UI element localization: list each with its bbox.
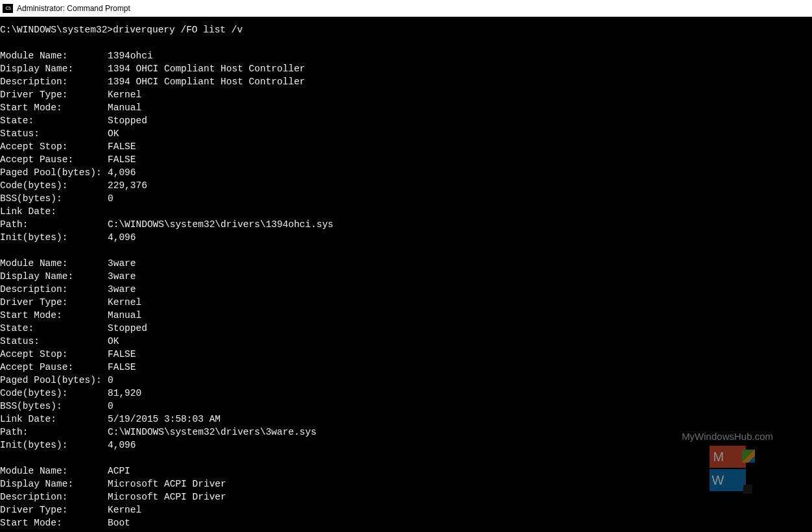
- field-row-display-name: Display Name:Microsoft ACPI Driver: [0, 478, 812, 490]
- field-value: 3ware: [108, 258, 136, 269]
- field-label: Driver Type:: [0, 296, 108, 309]
- field-label: BSS(bytes):: [0, 400, 108, 413]
- field-label: Module Name:: [0, 49, 108, 62]
- driver-record: Module Name:3wareDisplay Name:3wareDescr…: [0, 257, 812, 452]
- field-row-init: Init(bytes):4,096: [0, 231, 812, 244]
- field-value: Microsoft ACPI Driver: [108, 479, 226, 489]
- terminal-output[interactable]: C:\WINDOWS\system32>driverquery /FO list…: [0, 17, 812, 532]
- field-row-start-mode: Start Mode:Manual: [0, 309, 812, 322]
- field-row-path: Path:C:\WINDOWS\system32\drivers\3ware.s…: [0, 426, 812, 439]
- field-value: OK: [108, 336, 119, 346]
- field-label: Description:: [0, 75, 108, 88]
- field-row-bss: BSS(bytes):0: [0, 400, 812, 413]
- field-label: Paged Pool(bytes):: [0, 166, 108, 179]
- field-row-link-date: Link Date:5/19/2015 3:58:03 AM: [0, 413, 812, 426]
- field-row-module-name: Module Name:ACPI: [0, 465, 812, 478]
- field-row-accept-pause: Accept Pause:FALSE: [0, 153, 812, 166]
- field-label: Status:: [0, 335, 108, 348]
- field-label: Display Name:: [0, 478, 108, 490]
- field-value: Stopped: [108, 323, 147, 333]
- field-value: 229,376: [108, 180, 147, 191]
- field-row-start-mode: Start Mode:Manual: [0, 101, 812, 114]
- field-row-init: Init(bytes):4,096: [0, 439, 812, 452]
- field-label: Accept Stop:: [0, 348, 108, 361]
- field-value: Kernel: [108, 505, 141, 515]
- field-row-code: Code(bytes):229,376: [0, 179, 812, 192]
- window-titlebar[interactable]: C:\ Administrator: Command Prompt: [0, 0, 812, 17]
- field-row-accept-stop: Accept Stop:FALSE: [0, 140, 812, 153]
- field-label: Module Name:: [0, 465, 108, 478]
- field-row-path: Path:C:\WINDOWS\system32\drivers\1394ohc…: [0, 218, 812, 231]
- field-label: Start Mode:: [0, 309, 108, 322]
- field-row-description: Description:3ware: [0, 283, 812, 296]
- field-label: Link Date:: [0, 205, 108, 218]
- field-value: Manual: [108, 103, 141, 113]
- field-row-display-name: Display Name:3ware: [0, 270, 812, 283]
- command-line: C:\WINDOWS\system32>driverquery /FO list…: [0, 23, 812, 36]
- field-value: 0: [108, 375, 113, 385]
- field-value: 3ware: [108, 284, 136, 295]
- field-row-link-date: Link Date:: [0, 205, 812, 218]
- field-row-driver-type: Driver Type:Kernel: [0, 296, 812, 309]
- field-value: Manual: [108, 310, 141, 320]
- field-label: Accept Pause:: [0, 153, 108, 166]
- field-value: 0: [108, 401, 113, 411]
- field-value: FALSE: [108, 141, 136, 152]
- field-label: Description:: [0, 490, 108, 503]
- field-value: C:\WINDOWS\system32\drivers\3ware.sys: [108, 427, 316, 437]
- field-label: Status:: [0, 127, 108, 140]
- field-row-state: State:Stopped: [0, 114, 812, 127]
- field-value: C:\WINDOWS\system32\drivers\1394ohci.sys: [108, 219, 333, 230]
- driver-record: Module Name:ACPIDisplay Name:Microsoft A…: [0, 465, 812, 529]
- field-value: FALSE: [108, 349, 136, 359]
- field-label: Display Name:: [0, 270, 108, 283]
- field-value: FALSE: [108, 154, 136, 165]
- field-value: Kernel: [108, 297, 141, 308]
- field-label: Init(bytes):: [0, 231, 108, 244]
- field-value: Stopped: [108, 115, 147, 126]
- field-row-accept-stop: Accept Stop:FALSE: [0, 348, 812, 361]
- field-row-status: Status:OK: [0, 335, 812, 348]
- field-value: 3ware: [108, 271, 136, 282]
- field-label: Accept Pause:: [0, 361, 108, 374]
- field-label: Display Name:: [0, 62, 108, 75]
- field-row-display-name: Display Name:1394 OHCI Compliant Host Co…: [0, 62, 812, 75]
- field-value: Boot: [108, 518, 130, 528]
- field-value: 81,920: [108, 388, 141, 398]
- field-row-description: Description:1394 OHCI Compliant Host Con…: [0, 75, 812, 88]
- field-label: Link Date:: [0, 413, 108, 426]
- field-label: Init(bytes):: [0, 439, 108, 452]
- field-value: 1394 OHCI Compliant Host Controller: [108, 64, 305, 74]
- field-label: Driver Type:: [0, 503, 108, 516]
- field-label: Accept Stop:: [0, 140, 108, 153]
- field-row-driver-type: Driver Type:Kernel: [0, 503, 812, 516]
- field-row-state: State:Stopped: [0, 322, 812, 335]
- field-row-module-name: Module Name:3ware: [0, 257, 812, 270]
- field-label: Description:: [0, 283, 108, 296]
- driver-record: Module Name:1394ohciDisplay Name:1394 OH…: [0, 49, 812, 244]
- field-label: State:: [0, 114, 108, 127]
- field-label: Path:: [0, 426, 108, 439]
- field-value: 0: [108, 193, 113, 204]
- field-row-driver-type: Driver Type:Kernel: [0, 88, 812, 101]
- field-value: FALSE: [108, 362, 136, 372]
- field-label: Paged Pool(bytes):: [0, 374, 108, 387]
- field-label: Code(bytes):: [0, 179, 108, 192]
- cmd-icon: C:\: [3, 4, 13, 13]
- field-value: 4,096: [108, 440, 136, 450]
- field-label: Start Mode:: [0, 516, 108, 529]
- field-label: Path:: [0, 218, 108, 231]
- field-row-accept-pause: Accept Pause:FALSE: [0, 361, 812, 374]
- field-value: 4,096: [108, 232, 136, 243]
- field-row-code: Code(bytes):81,920: [0, 387, 812, 400]
- field-row-paged-pool: Paged Pool(bytes):4,096: [0, 166, 812, 179]
- field-value: 1394ohci: [108, 51, 153, 61]
- field-value: Kernel: [108, 90, 141, 100]
- field-row-status: Status:OK: [0, 127, 812, 140]
- field-value: 5/19/2015 3:58:03 AM: [108, 414, 221, 424]
- field-value: 4,096: [108, 167, 136, 178]
- field-row-module-name: Module Name:1394ohci: [0, 49, 812, 62]
- field-value: 1394 OHCI Compliant Host Controller: [108, 77, 305, 87]
- field-row-bss: BSS(bytes):0: [0, 192, 812, 205]
- field-value: ACPI: [108, 466, 130, 476]
